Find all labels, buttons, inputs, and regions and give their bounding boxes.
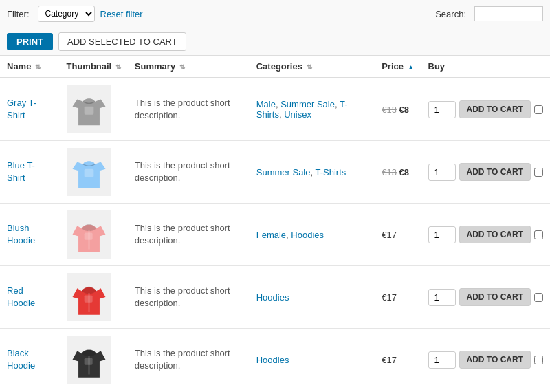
col-name: Name ⇅ (0, 56, 60, 78)
add-to-cart-button[interactable]: ADD TO CART (459, 351, 531, 369)
thumbnail-cell (60, 78, 128, 141)
add-to-cart-button[interactable]: ADD TO CART (459, 163, 531, 181)
category-link[interactable]: T-Shirts (315, 167, 346, 177)
row-checkbox[interactable] (534, 293, 543, 302)
buy-cell: ADD TO CART (421, 78, 550, 141)
row-checkbox[interactable] (534, 168, 543, 177)
price-sale: €8 (397, 167, 409, 177)
category-link[interactable]: Unisex (284, 109, 311, 120)
col-buy: Buy (421, 56, 550, 78)
quantity-input[interactable] (428, 351, 456, 369)
svg-rect-5 (84, 295, 92, 302)
buy-cell: ADD TO CART (421, 141, 550, 204)
category-link[interactable]: Summer Sale (256, 167, 311, 177)
svg-rect-3 (84, 232, 92, 239)
row-checkbox[interactable] (534, 230, 543, 239)
filter-bar: Filter: Category Reset filter Search: (0, 0, 550, 28)
summary-cell: This is the product short description. (128, 266, 250, 329)
categories-cell: Male, Summer Sale, T-Shirts, Unisex (250, 78, 375, 141)
col-thumbnail: Thumbnail ⇅ (60, 56, 128, 78)
price-original: €13 (382, 105, 397, 115)
print-button[interactable]: PRINT (7, 33, 53, 50)
price-cell: €17 (375, 204, 421, 266)
add-to-cart-button[interactable]: ADD TO CART (459, 100, 531, 118)
summary-cell: This is the product short description. (128, 141, 250, 204)
summary-cell: This is the product short description. (128, 204, 250, 266)
quantity-input[interactable] (428, 289, 456, 306)
add-to-cart-button[interactable]: ADD TO CART (459, 288, 531, 306)
summary-cell: This is the product short description. (128, 329, 250, 391)
buy-cell: ADD TO CART (421, 266, 550, 329)
table-row: Red HoodieThis is the product short desc… (0, 266, 550, 329)
name-cell: Blush Hoodie (0, 204, 60, 266)
price-cell: €17 (375, 329, 421, 391)
product-name-link[interactable]: Blue T-Shirt (7, 160, 35, 183)
reset-filter-link[interactable]: Reset filter (100, 9, 143, 19)
price-cell: €13 €8 (375, 78, 421, 141)
table-row: Black HoodieThis is the product short de… (0, 329, 550, 391)
name-cell: Black Hoodie (0, 329, 60, 391)
summary-text: This is the product short description. (135, 223, 230, 246)
summary-text: This is the product short description. (135, 160, 230, 183)
product-thumbnail (67, 148, 111, 196)
categories-cell: Female, Hoodies (250, 204, 375, 266)
product-thumbnail (67, 273, 111, 321)
products-table: Name ⇅ Thumbnail ⇅ Summary ⇅ Categories … (0, 56, 550, 391)
name-cell: Blue T-Shirt (0, 141, 60, 204)
add-to-cart-button[interactable]: ADD TO CART (459, 226, 531, 243)
product-thumbnail (67, 85, 111, 133)
product-name-link[interactable]: Black Hoodie (7, 348, 35, 371)
summary-text: This is the product short description. (135, 285, 230, 308)
categories-sort-icon[interactable]: ⇅ (307, 63, 312, 71)
price-sale: €8 (397, 105, 409, 115)
thumbnail-cell (60, 141, 128, 204)
summary-text: This is the product short description. (135, 98, 230, 120)
row-checkbox[interactable] (534, 105, 543, 114)
filter-label: Filter: (7, 9, 30, 19)
buy-cell: ADD TO CART (421, 329, 550, 391)
add-selected-button[interactable]: ADD SELECTED TO CART (58, 32, 186, 51)
price-cell: €13 €8 (375, 141, 421, 204)
price-sort-icon[interactable]: ▲ (408, 63, 415, 71)
col-price: Price ▲ (375, 56, 421, 78)
row-checkbox[interactable] (534, 356, 543, 364)
table-row: Blush HoodieThis is the product short de… (0, 204, 550, 266)
buy-cell: ADD TO CART (421, 204, 550, 266)
thumbnail-cell (60, 204, 128, 266)
product-name-link[interactable]: Red Hoodie (7, 285, 35, 308)
price-regular: €17 (382, 292, 397, 303)
thumbnail-cell (60, 329, 128, 391)
svg-rect-1 (84, 169, 94, 177)
table-header-row: Name ⇅ Thumbnail ⇅ Summary ⇅ Categories … (0, 56, 550, 78)
category-link[interactable]: Female (256, 230, 286, 240)
quantity-input[interactable] (428, 226, 456, 243)
summary-sort-icon[interactable]: ⇅ (179, 63, 185, 71)
price-cell: €17 (375, 266, 421, 329)
category-link[interactable]: Summer Sale (280, 99, 335, 109)
search-input[interactable] (474, 6, 543, 21)
price-original: €13 (382, 167, 397, 177)
category-link[interactable]: Hoodies (256, 355, 289, 365)
product-name-link[interactable]: Gray T-Shirt (7, 98, 36, 120)
quantity-input[interactable] (428, 101, 456, 118)
category-link[interactable]: Hoodies (291, 230, 324, 240)
categories-cell: Hoodies (250, 266, 375, 329)
name-sort-icon[interactable]: ⇅ (35, 63, 41, 71)
quantity-input[interactable] (428, 164, 456, 181)
category-link[interactable]: Hoodies (256, 292, 289, 303)
product-name-link[interactable]: Blush Hoodie (7, 223, 35, 246)
product-thumbnail (67, 210, 111, 259)
name-cell: Red Hoodie (0, 266, 60, 329)
svg-rect-7 (84, 358, 92, 364)
svg-rect-0 (84, 107, 94, 115)
table-row: Gray T-ShirtThis is the product short de… (0, 78, 550, 141)
col-categories: Categories ⇅ (250, 56, 375, 78)
col-summary: Summary ⇅ (128, 56, 250, 78)
thumbnail-sort-icon[interactable]: ⇅ (116, 63, 121, 71)
price-regular: €17 (382, 230, 397, 240)
category-select[interactable]: Category (38, 6, 95, 22)
name-cell: Gray T-Shirt (0, 78, 60, 141)
price-regular: €17 (382, 355, 397, 365)
action-bar: PRINT ADD SELECTED TO CART (0, 28, 550, 56)
category-link[interactable]: Male (256, 99, 276, 109)
